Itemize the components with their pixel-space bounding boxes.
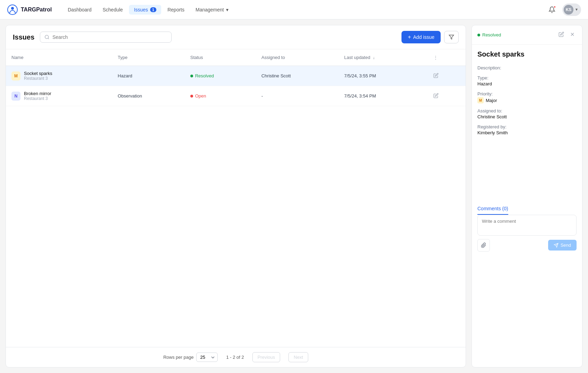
- registered-by-label: Registered by:: [477, 124, 577, 129]
- app-logo[interactable]: TARGPatrol: [7, 4, 52, 15]
- table-body: M Socket sparks Restaurant 3 Hazard Reso…: [6, 66, 466, 106]
- assigned-to-value: Christine Scott: [477, 114, 577, 119]
- detail-status-badge: Resolved: [477, 32, 501, 37]
- comments-section: Send: [472, 215, 582, 367]
- page-title: Issues: [13, 33, 34, 41]
- detail-header-actions: [557, 30, 577, 40]
- avatar: KS: [564, 5, 573, 15]
- next-page-button[interactable]: Next: [288, 352, 308, 362]
- issues-badge: 1: [150, 7, 156, 12]
- cell-status: Resolved: [185, 66, 256, 86]
- close-detail-button[interactable]: [568, 30, 577, 40]
- close-icon: [570, 32, 575, 37]
- nav-links: Dashboard Schedule Issues 1 Reports Mana…: [63, 5, 546, 15]
- cell-status: Open: [185, 86, 256, 106]
- detail-registered-by: Registered by: Kimberly Smith: [477, 124, 577, 135]
- detail-type: Type: Hazard: [477, 75, 577, 86]
- comment-input[interactable]: [477, 215, 577, 236]
- svg-point-1: [11, 7, 14, 10]
- status-label: Open: [195, 93, 206, 99]
- issue-name: Broken mirror: [24, 91, 51, 96]
- detail-title: Socket sparks: [477, 50, 577, 58]
- comment-actions: Send: [477, 239, 577, 252]
- description-label: Description:: [477, 65, 577, 70]
- row-edit-button[interactable]: [432, 71, 440, 80]
- cell-assigned: -: [256, 86, 339, 106]
- detail-priority: Priority: M Major: [477, 91, 577, 103]
- nav-schedule[interactable]: Schedule: [98, 5, 128, 15]
- priority-label: Priority:: [477, 91, 577, 96]
- issues-panel: Issues + Add issue: [6, 25, 466, 367]
- issue-location: Restaurant 3: [24, 76, 52, 81]
- main-layout: Issues + Add issue: [0, 19, 588, 373]
- nav-dashboard[interactable]: Dashboard: [63, 5, 96, 15]
- registered-by-value: Kimberly Smith: [477, 130, 577, 135]
- nav-reports[interactable]: Reports: [163, 5, 189, 15]
- nav-issues[interactable]: Issues 1: [129, 5, 161, 15]
- table-row[interactable]: M Socket sparks Restaurant 3 Hazard Reso…: [6, 66, 466, 86]
- search-wrapper[interactable]: [40, 32, 172, 43]
- status-dot: [190, 75, 193, 77]
- col-actions: ⋮: [426, 49, 466, 66]
- detail-assigned-to: Assigned to: Christine Scott: [477, 108, 577, 119]
- cell-last-updated: 7/5/24, 3:54 PM: [339, 86, 427, 106]
- cell-name: M Socket sparks Restaurant 3: [6, 66, 112, 86]
- attach-button[interactable]: [477, 239, 490, 252]
- detail-header: Resolved: [472, 25, 582, 45]
- management-chevron-icon: ▾: [226, 7, 228, 12]
- more-options-button[interactable]: ⋮: [432, 53, 439, 61]
- status-dot: [477, 34, 480, 36]
- filter-icon: [449, 34, 454, 40]
- issue-location: Restaurant 3: [24, 96, 51, 101]
- status-label: Resolved: [195, 73, 214, 78]
- send-button[interactable]: Send: [548, 240, 577, 251]
- add-issue-button[interactable]: + Add issue: [401, 31, 441, 43]
- status-dot: [190, 95, 193, 98]
- navbar: TARGPatrol Dashboard Schedule Issues 1 R…: [0, 0, 588, 19]
- user-menu-chevron-icon: ▾: [576, 7, 578, 12]
- issue-name: Socket sparks: [24, 71, 52, 76]
- cell-edit: [426, 86, 466, 106]
- issues-data-table: Name Type Status Assigned to Last update…: [6, 49, 466, 106]
- pencil-icon: [433, 73, 439, 78]
- search-icon: [44, 34, 50, 40]
- nav-management[interactable]: Management ▾: [191, 5, 233, 15]
- col-last-updated[interactable]: Last updated ↓: [339, 49, 427, 66]
- svg-marker-3: [449, 35, 453, 39]
- send-icon: [554, 243, 559, 248]
- notification-dot: [553, 6, 556, 8]
- cell-type: Hazard: [112, 66, 185, 86]
- sort-arrow-icon: ↓: [373, 56, 375, 60]
- app-logo-text: TARGPatrol: [21, 7, 52, 13]
- rows-per-page-control: Rows per page 25 10 50 100: [163, 353, 218, 362]
- assigned-to-label: Assigned to:: [477, 108, 577, 113]
- priority-badge: M: [477, 97, 484, 103]
- type-value: Hazard: [477, 81, 577, 86]
- rows-per-page-label: Rows per page: [163, 355, 193, 360]
- cell-assigned: Christine Scott: [256, 66, 339, 86]
- table-header: Name Type Status Assigned to Last update…: [6, 49, 466, 66]
- type-label: Type:: [477, 75, 577, 80]
- page-info: 1 - 2 of 2: [226, 355, 244, 360]
- col-assigned: Assigned to: [256, 49, 339, 66]
- previous-page-button[interactable]: Previous: [252, 352, 280, 362]
- row-edit-button[interactable]: [432, 92, 440, 101]
- comments-tab[interactable]: Comments (0): [477, 203, 508, 215]
- col-status: Status: [185, 49, 256, 66]
- filter-button[interactable]: [444, 31, 459, 43]
- search-input[interactable]: [52, 34, 167, 40]
- col-name: Name: [6, 49, 112, 66]
- cell-edit: [426, 66, 466, 86]
- detail-panel: Resolved Socket sparks Desc: [472, 25, 582, 367]
- rows-per-page-select[interactable]: 25 10 50 100: [196, 353, 218, 362]
- edit-detail-button[interactable]: [557, 30, 565, 40]
- header-actions: + Add issue: [401, 31, 459, 43]
- cell-type: Observation: [112, 86, 185, 106]
- detail-body: Socket sparks Description: Type: Hazard …: [472, 45, 582, 203]
- cell-name: N Broken mirror Restaurant 3: [6, 86, 112, 106]
- pencil-icon: [433, 93, 439, 98]
- nav-right: KS ▾: [546, 3, 581, 16]
- notifications-button[interactable]: [546, 3, 558, 16]
- table-row[interactable]: N Broken mirror Restaurant 3 Observation…: [6, 86, 466, 106]
- user-menu-button[interactable]: KS ▾: [562, 3, 581, 16]
